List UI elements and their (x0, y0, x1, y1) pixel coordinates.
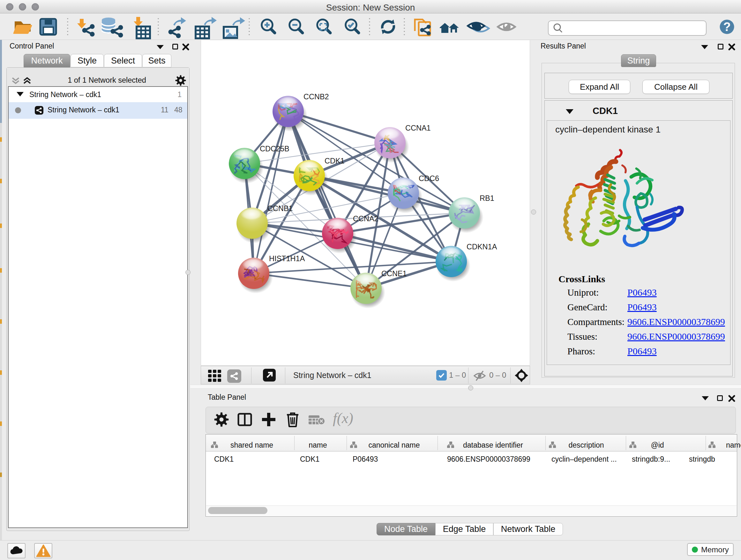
svg-text:HIST1H1A: HIST1H1A (269, 254, 305, 263)
svg-text:CCNA1: CCNA1 (405, 124, 431, 132)
svg-text:CCNA2: CCNA2 (353, 214, 379, 223)
svg-text:RB1: RB1 (480, 194, 494, 202)
svg-text:CDC25B: CDC25B (260, 145, 289, 153)
svg-text:CDK1: CDK1 (325, 157, 345, 165)
svg-text:CCNB1: CCNB1 (267, 204, 293, 212)
svg-text:CCNE1: CCNE1 (381, 269, 407, 278)
svg-text:?: ? (723, 20, 731, 34)
svg-text:CDKN1A: CDKN1A (467, 243, 497, 251)
svg-text:CDC6: CDC6 (419, 174, 439, 183)
svg-text:CCNB2: CCNB2 (304, 92, 329, 101)
